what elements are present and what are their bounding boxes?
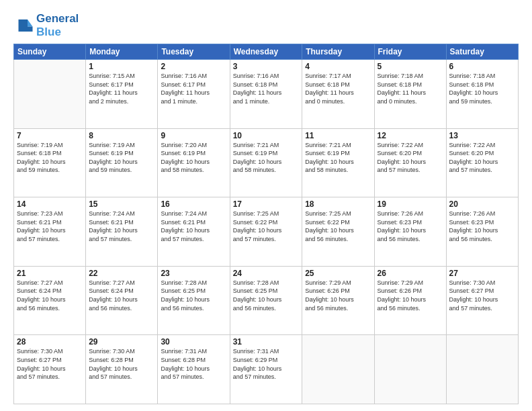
week-row-2: 14Sunrise: 7:23 AM Sunset: 6:21 PM Dayli… bbox=[14, 197, 519, 267]
day-info: Sunrise: 7:26 AM Sunset: 6:23 PM Dayligh… bbox=[449, 210, 515, 243]
day-number: 20 bbox=[449, 199, 515, 209]
day-number: 13 bbox=[449, 131, 515, 140]
weekday-header-friday: Friday bbox=[374, 44, 446, 60]
day-info: Sunrise: 7:18 AM Sunset: 6:18 PM Dayligh… bbox=[449, 72, 515, 105]
day-info: Sunrise: 7:31 AM Sunset: 6:29 PM Dayligh… bbox=[233, 347, 300, 381]
calendar-cell: 1Sunrise: 7:15 AM Sunset: 6:17 PM Daylig… bbox=[86, 60, 158, 129]
day-number: 17 bbox=[233, 199, 300, 209]
day-number: 30 bbox=[161, 337, 226, 347]
day-number: 26 bbox=[378, 269, 443, 278]
day-number: 31 bbox=[233, 337, 300, 347]
calendar-cell: 27Sunrise: 7:30 AM Sunset: 6:27 PM Dayli… bbox=[446, 266, 518, 335]
calendar-cell: 9Sunrise: 7:20 AM Sunset: 6:19 PM Daylig… bbox=[158, 128, 230, 197]
weekday-header-wednesday: Wednesday bbox=[230, 44, 302, 60]
calendar-cell bbox=[374, 335, 446, 404]
logo-text: General Blue bbox=[36, 12, 79, 38]
calendar-cell bbox=[302, 335, 374, 404]
day-number: 28 bbox=[17, 337, 83, 347]
weekday-header-thursday: Thursday bbox=[302, 44, 374, 60]
day-number: 21 bbox=[17, 269, 83, 278]
day-number: 7 bbox=[17, 131, 83, 140]
weekday-header-tuesday: Tuesday bbox=[158, 44, 230, 60]
weekday-header-monday: Monday bbox=[86, 44, 158, 60]
day-number: 25 bbox=[305, 269, 371, 278]
calendar-cell: 16Sunrise: 7:24 AM Sunset: 6:21 PM Dayli… bbox=[158, 197, 230, 267]
day-number: 19 bbox=[378, 199, 443, 209]
calendar-cell: 10Sunrise: 7:21 AM Sunset: 6:19 PM Dayli… bbox=[230, 128, 302, 197]
day-info: Sunrise: 7:17 AM Sunset: 6:18 PM Dayligh… bbox=[305, 72, 371, 105]
week-row-3: 21Sunrise: 7:27 AM Sunset: 6:24 PM Dayli… bbox=[14, 266, 519, 335]
logo: General Blue bbox=[13, 12, 79, 38]
day-info: Sunrise: 7:29 AM Sunset: 6:26 PM Dayligh… bbox=[305, 279, 371, 312]
day-number: 5 bbox=[378, 62, 443, 71]
calendar-cell: 5Sunrise: 7:18 AM Sunset: 6:18 PM Daylig… bbox=[374, 60, 446, 129]
day-number: 15 bbox=[89, 199, 154, 209]
day-number: 9 bbox=[161, 131, 226, 140]
day-number: 12 bbox=[378, 131, 443, 140]
day-info: Sunrise: 7:27 AM Sunset: 6:24 PM Dayligh… bbox=[17, 279, 83, 312]
day-number: 29 bbox=[89, 337, 154, 347]
calendar-cell: 15Sunrise: 7:24 AM Sunset: 6:21 PM Dayli… bbox=[86, 197, 158, 267]
day-number: 18 bbox=[305, 199, 371, 209]
day-info: Sunrise: 7:24 AM Sunset: 6:21 PM Dayligh… bbox=[161, 210, 226, 243]
day-number: 1 bbox=[89, 62, 154, 71]
day-number: 16 bbox=[161, 199, 226, 209]
calendar-cell: 26Sunrise: 7:29 AM Sunset: 6:26 PM Dayli… bbox=[374, 266, 446, 335]
calendar-table: SundayMondayTuesdayWednesdayThursdayFrid… bbox=[13, 44, 519, 404]
calendar-cell: 20Sunrise: 7:26 AM Sunset: 6:23 PM Dayli… bbox=[446, 197, 518, 267]
calendar-cell: 17Sunrise: 7:25 AM Sunset: 6:22 PM Dayli… bbox=[230, 197, 302, 267]
calendar-cell: 7Sunrise: 7:19 AM Sunset: 6:18 PM Daylig… bbox=[14, 128, 86, 197]
day-info: Sunrise: 7:28 AM Sunset: 6:25 PM Dayligh… bbox=[233, 279, 300, 312]
logo-icon bbox=[13, 15, 34, 36]
day-number: 2 bbox=[161, 62, 226, 71]
calendar-cell: 13Sunrise: 7:22 AM Sunset: 6:20 PM Dayli… bbox=[446, 128, 518, 197]
day-number: 8 bbox=[89, 131, 154, 140]
day-number: 3 bbox=[233, 62, 300, 71]
calendar-cell: 24Sunrise: 7:28 AM Sunset: 6:25 PM Dayli… bbox=[230, 266, 302, 335]
day-number: 10 bbox=[233, 131, 300, 140]
svg-marker-0 bbox=[28, 19, 33, 27]
day-number: 6 bbox=[449, 62, 515, 71]
day-info: Sunrise: 7:30 AM Sunset: 6:27 PM Dayligh… bbox=[449, 279, 515, 312]
day-info: Sunrise: 7:24 AM Sunset: 6:21 PM Dayligh… bbox=[89, 210, 154, 243]
day-number: 27 bbox=[449, 269, 515, 278]
day-number: 22 bbox=[89, 269, 154, 278]
day-info: Sunrise: 7:27 AM Sunset: 6:24 PM Dayligh… bbox=[89, 279, 154, 312]
weekday-header-sunday: Sunday bbox=[14, 44, 86, 60]
day-info: Sunrise: 7:25 AM Sunset: 6:22 PM Dayligh… bbox=[233, 210, 300, 243]
calendar-cell: 12Sunrise: 7:22 AM Sunset: 6:20 PM Dayli… bbox=[374, 128, 446, 197]
calendar-cell: 8Sunrise: 7:19 AM Sunset: 6:19 PM Daylig… bbox=[86, 128, 158, 197]
calendar-cell: 22Sunrise: 7:27 AM Sunset: 6:24 PM Dayli… bbox=[86, 266, 158, 335]
day-info: Sunrise: 7:29 AM Sunset: 6:26 PM Dayligh… bbox=[378, 279, 443, 312]
day-info: Sunrise: 7:19 AM Sunset: 6:18 PM Dayligh… bbox=[17, 141, 83, 175]
week-row-1: 7Sunrise: 7:19 AM Sunset: 6:18 PM Daylig… bbox=[14, 128, 519, 197]
calendar-cell: 4Sunrise: 7:17 AM Sunset: 6:18 PM Daylig… bbox=[302, 60, 374, 129]
day-info: Sunrise: 7:30 AM Sunset: 6:27 PM Dayligh… bbox=[17, 347, 83, 381]
calendar-cell: 19Sunrise: 7:26 AM Sunset: 6:23 PM Dayli… bbox=[374, 197, 446, 267]
calendar-cell: 18Sunrise: 7:25 AM Sunset: 6:22 PM Dayli… bbox=[302, 197, 374, 267]
day-number: 14 bbox=[17, 199, 83, 209]
calendar-cell bbox=[446, 335, 518, 404]
day-number: 24 bbox=[233, 269, 300, 278]
day-info: Sunrise: 7:21 AM Sunset: 6:19 PM Dayligh… bbox=[233, 141, 300, 175]
day-number: 11 bbox=[305, 131, 371, 140]
day-info: Sunrise: 7:28 AM Sunset: 6:25 PM Dayligh… bbox=[161, 279, 226, 312]
week-row-0: 1Sunrise: 7:15 AM Sunset: 6:17 PM Daylig… bbox=[14, 60, 519, 129]
day-info: Sunrise: 7:25 AM Sunset: 6:22 PM Dayligh… bbox=[305, 210, 371, 243]
calendar-cell: 30Sunrise: 7:31 AM Sunset: 6:28 PM Dayli… bbox=[158, 335, 230, 404]
day-info: Sunrise: 7:31 AM Sunset: 6:28 PM Dayligh… bbox=[161, 347, 226, 381]
day-info: Sunrise: 7:23 AM Sunset: 6:21 PM Dayligh… bbox=[17, 210, 83, 243]
day-info: Sunrise: 7:16 AM Sunset: 6:18 PM Dayligh… bbox=[233, 72, 300, 105]
page: General Blue SundayMondayTuesdayWednesda… bbox=[0, 0, 532, 411]
calendar-cell: 28Sunrise: 7:30 AM Sunset: 6:27 PM Dayli… bbox=[14, 335, 86, 404]
day-info: Sunrise: 7:16 AM Sunset: 6:17 PM Dayligh… bbox=[161, 72, 226, 105]
calendar-cell: 11Sunrise: 7:21 AM Sunset: 6:19 PM Dayli… bbox=[302, 128, 374, 197]
calendar-cell: 23Sunrise: 7:28 AM Sunset: 6:25 PM Dayli… bbox=[158, 266, 230, 335]
day-info: Sunrise: 7:18 AM Sunset: 6:18 PM Dayligh… bbox=[378, 72, 443, 105]
header: General Blue bbox=[13, 12, 519, 38]
calendar-cell: 21Sunrise: 7:27 AM Sunset: 6:24 PM Dayli… bbox=[14, 266, 86, 335]
day-info: Sunrise: 7:19 AM Sunset: 6:19 PM Dayligh… bbox=[89, 141, 154, 175]
day-number: 4 bbox=[305, 62, 371, 71]
day-info: Sunrise: 7:26 AM Sunset: 6:23 PM Dayligh… bbox=[378, 210, 443, 243]
day-info: Sunrise: 7:30 AM Sunset: 6:28 PM Dayligh… bbox=[89, 347, 154, 381]
